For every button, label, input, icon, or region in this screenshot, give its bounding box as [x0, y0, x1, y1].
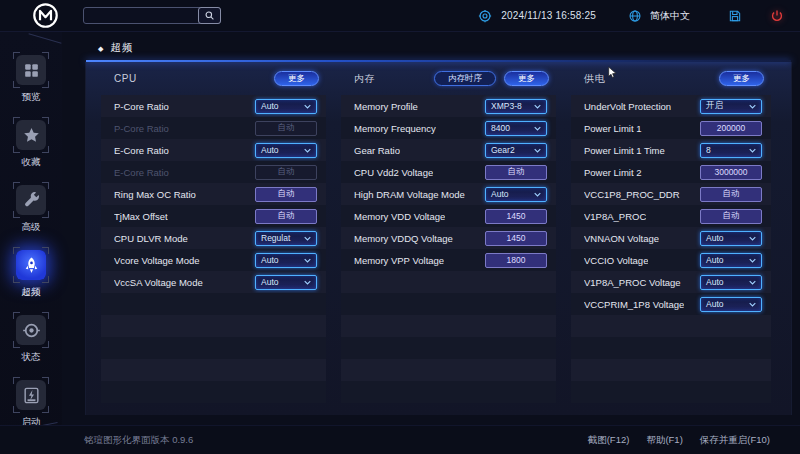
cpu-vdd2-voltage-input[interactable]: 自动 [485, 165, 547, 180]
selected-value: 8400 [491, 123, 510, 133]
vcc1p8-proc-ddr-input[interactable]: 自动 [700, 187, 762, 202]
setting-row-vcc1p8-proc-ddr: VCC1P8_PROC_DDR自动 [571, 183, 771, 205]
gear-ratio-select[interactable]: Gear2 [485, 143, 547, 158]
setting-label: High DRAM Voltage Mode [354, 189, 465, 200]
page-title: 超频 [110, 41, 133, 55]
sidebar-item-overclock[interactable]: 超频 [13, 247, 49, 299]
tile-frame [13, 312, 49, 348]
sidebar-item-boot[interactable]: 启动 [13, 377, 49, 429]
setting-label: E-Core Ratio [114, 145, 169, 156]
tile-frame [13, 52, 49, 88]
v1p8a-proc-input[interactable]: 自动 [700, 209, 762, 224]
sidebar-item-advanced[interactable]: 高级 [13, 182, 49, 234]
sidebar: 预览 收藏 高级 超频 状态 启动 工具 [0, 32, 62, 454]
vnnaon-voltage-select[interactable]: Auto [700, 231, 762, 246]
memory-vdd-voltage-input[interactable]: 1450 [485, 209, 547, 224]
chevron-down-icon [749, 302, 756, 307]
e-core-ratio-select[interactable]: Auto [255, 143, 317, 158]
empty-row [571, 359, 771, 381]
empty-row [341, 293, 556, 315]
bios-window: 2024/11/13 16:58:25 简体中文 预览 收藏 高级 超频 [0, 0, 800, 454]
vccprim-1p8-voltage-select[interactable]: Auto [700, 297, 762, 312]
empty-row [341, 271, 556, 293]
sidebar-item-status[interactable]: 状态 [13, 312, 49, 364]
setting-row-p-core-ratio: P-Core RatioAuto [101, 95, 326, 117]
sidebar-item-preview[interactable]: 预览 [13, 52, 49, 104]
selected-value: Auto [261, 101, 279, 111]
更多-button[interactable]: 更多 [719, 71, 764, 86]
setting-row-memory-vddq-voltage: Memory VDDQ Voltage1450 [341, 227, 556, 249]
selected-value: Auto [706, 255, 724, 265]
power-icon[interactable] [770, 9, 784, 23]
更多-button[interactable]: 更多 [274, 71, 319, 86]
topbar: 2024/11/13 16:58:25 简体中文 [0, 0, 800, 32]
p-core-ratio-select[interactable]: Auto [255, 99, 317, 114]
save-icon[interactable] [728, 9, 742, 23]
sidebar-chamfer-top [29, 33, 62, 43]
ring-max-oc-ratio-input[interactable]: 自动 [255, 187, 317, 202]
memory-vpp-voltage-input[interactable]: 1800 [485, 253, 547, 268]
chevron-down-icon [304, 280, 311, 285]
power-limit-2-input[interactable]: 3000000 [700, 165, 762, 180]
empty-row [341, 337, 556, 359]
setting-row-memory-profile: Memory ProfileXMP3-8 [341, 95, 556, 117]
search-input[interactable] [84, 8, 199, 23]
setting-label: Power Limit 2 [584, 167, 642, 178]
vccio-voltage-select[interactable]: Auto [700, 253, 762, 268]
language-selector[interactable]: 简体中文 [650, 9, 690, 23]
high-dram-voltage-mode-select[interactable]: Auto [485, 187, 547, 202]
selected-value: Auto [706, 299, 724, 309]
sidebar-item-label: 收藏 [22, 156, 41, 169]
selected-value: Regulat [261, 233, 290, 243]
empty-row [571, 315, 771, 337]
selected-value: Gear2 [491, 145, 515, 155]
chevron-down-icon [304, 258, 311, 263]
内存时序-button[interactable]: 内存时序 [434, 71, 496, 86]
vcore-voltage-mode-select[interactable]: Auto [255, 253, 317, 268]
empty-row [101, 337, 326, 359]
setting-row-undervolt-protection: UnderVolt Protection开启 [571, 95, 771, 117]
v1p8a-proc-voltage-select[interactable]: Auto [700, 275, 762, 290]
cpu-dlvr-mode-select[interactable]: Regulat [255, 231, 317, 246]
power-limit-1-time-select[interactable]: 8 [700, 143, 762, 158]
setting-row-v1p8a-proc-voltage: V1P8A_PROC VoltageAuto [571, 271, 771, 293]
version-text: 铭瑄图形化界面版本 0.9.6 [84, 434, 193, 447]
sidebar-item-favorites[interactable]: 收藏 [13, 117, 49, 169]
tile-frame [13, 377, 49, 413]
empty-row [341, 359, 556, 381]
sidebar-item-label: 高级 [22, 221, 41, 234]
shortcut-帮助-f1[interactable]: 帮助(F1) [646, 434, 682, 447]
更多-button[interactable]: 更多 [504, 71, 549, 86]
setting-row-vnnaon-voltage: VNNAON VoltageAuto [571, 227, 771, 249]
empty-row [571, 381, 771, 403]
memory-frequency-select[interactable]: 8400 [485, 121, 547, 136]
datetime-text: 2024/11/13 16:58:25 [501, 10, 596, 21]
search-box [83, 7, 221, 24]
shortcut-保存并重启-f10[interactable]: 保存并重启(F10) [700, 434, 770, 447]
memory-vddq-voltage-input[interactable]: 1450 [485, 231, 547, 246]
footer: 铭瑄图形化界面版本 0.9.6 截图(F12)帮助(F1)保存并重启(F10) [0, 425, 800, 454]
vccsa-voltage-mode-select[interactable]: Auto [255, 275, 317, 290]
setting-row-vccio-voltage: VCCIO VoltageAuto [571, 249, 771, 271]
sidebar-item-label: 状态 [22, 351, 41, 364]
undervolt-protection-select[interactable]: 开启 [700, 99, 762, 114]
column-buttons: 内存时序更多 [434, 71, 549, 86]
power-limit-1-input[interactable]: 200000 [700, 121, 762, 136]
selected-value: Auto [706, 277, 724, 287]
chevron-down-icon [304, 104, 311, 109]
shortcut-截图-f12[interactable]: 截图(F12) [588, 434, 630, 447]
search-button[interactable] [198, 7, 221, 24]
tile [16, 250, 46, 280]
setting-label: Memory VPP Voltage [354, 255, 444, 266]
tile-frame [13, 117, 49, 153]
memory-profile-select[interactable]: XMP3-8 [485, 99, 547, 114]
chevron-down-icon [534, 126, 541, 131]
setting-row-vccsa-voltage-mode: VccSA Voltage ModeAuto [101, 271, 326, 293]
footer-shortcuts: 截图(F12)帮助(F1)保存并重启(F10) [588, 434, 770, 447]
empty-row [341, 381, 556, 403]
column-header-cpu: CPU更多 [101, 62, 326, 95]
e-core-ratio-input: 自动 [255, 165, 317, 180]
setting-row-v1p8a-proc: V1P8A_PROC自动 [571, 205, 771, 227]
sidebar-item-label: 预览 [22, 91, 41, 104]
tjmax-offset-input[interactable]: 自动 [255, 209, 317, 224]
